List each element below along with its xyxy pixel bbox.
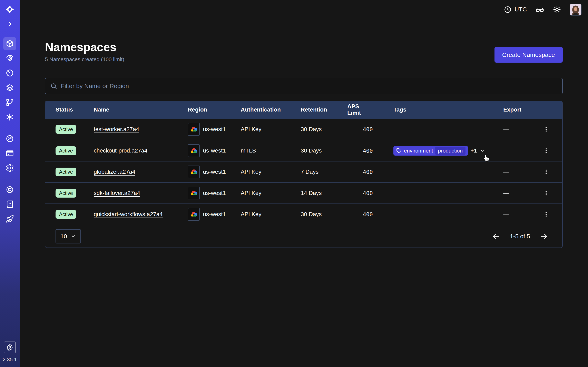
- sidebar-item-support[interactable]: [3, 183, 16, 196]
- status-badge: Active: [56, 125, 76, 134]
- col-authentication: Authentication: [241, 106, 301, 113]
- page-size-value: 10: [61, 233, 67, 240]
- credit-card-icon: [6, 149, 14, 158]
- gauge-icon: [6, 134, 14, 143]
- search-icon: [50, 83, 57, 90]
- main-content: Namespaces 5 Namespaces created (100 lim…: [20, 20, 588, 367]
- readability-toggle[interactable]: [535, 5, 544, 14]
- tags-overflow-count: +1: [471, 147, 477, 154]
- retention-value: 30 Days: [301, 147, 347, 154]
- region-label: us-west1: [203, 169, 226, 175]
- sidebar-item-workflows[interactable]: [3, 52, 16, 65]
- theme-toggle[interactable]: [553, 6, 561, 14]
- arrow-right-icon: [540, 232, 548, 240]
- table-pagination: 10 1-5 of 5: [45, 225, 562, 248]
- col-tags: Tags: [373, 106, 494, 113]
- status-badge: Active: [56, 146, 76, 155]
- app-version: 2.35.1: [3, 357, 17, 363]
- sidebar-bottom: 2.35.1: [3, 342, 17, 367]
- gear-icon: [6, 164, 14, 172]
- filter-bar: [45, 78, 563, 94]
- sidebar-item-batch-operations[interactable]: [3, 96, 16, 109]
- gcp-logo-icon: [188, 123, 200, 136]
- sidebar-divider: [0, 128, 20, 128]
- aps-value: 400: [347, 126, 373, 133]
- sidebar-divider: [0, 179, 20, 179]
- sidebar-item-docs[interactable]: [3, 198, 16, 211]
- sidebar-item-settings[interactable]: [3, 161, 16, 175]
- col-retention: Retention: [301, 106, 347, 113]
- table-row: Active checkout-prod.a27a4: [45, 140, 562, 161]
- tag-chip[interactable]: environment production: [393, 146, 468, 156]
- region-label: us-west1: [203, 190, 226, 196]
- namespace-count-subtitle: 5 Namespaces created (100 limit): [45, 56, 124, 63]
- page-size-select[interactable]: 10: [56, 229, 81, 243]
- previous-page-button[interactable]: [492, 232, 500, 240]
- export-value: —: [494, 169, 539, 175]
- retention-value: 7 Days: [301, 169, 347, 175]
- page-title: Namespaces: [45, 40, 124, 54]
- row-actions-menu-button[interactable]: [540, 124, 552, 135]
- create-namespace-button[interactable]: Create Namespace: [494, 47, 563, 63]
- next-page-button[interactable]: [540, 232, 548, 240]
- gcp-logo-icon: [188, 144, 200, 157]
- col-export: Export: [494, 106, 539, 113]
- sidebar-item-billing[interactable]: [3, 147, 16, 160]
- sidebar-nav: [0, 37, 20, 225]
- page-header: Namespaces 5 Namespaces created (100 lim…: [45, 40, 563, 63]
- sidebar-item-deployments[interactable]: [3, 81, 16, 94]
- filter-input[interactable]: [61, 83, 557, 90]
- timer-icon: [6, 69, 14, 77]
- table-header-row: Status Name Region Authentication Retent…: [45, 101, 562, 119]
- namespace-link[interactable]: quickstart-workflows.a27a4: [94, 211, 163, 217]
- book-sparkle-icon: [6, 200, 14, 208]
- chevron-down-icon: [71, 234, 76, 239]
- sidebar-expand-button[interactable]: [4, 18, 16, 30]
- aps-value: 400: [347, 190, 373, 196]
- col-name: Name: [94, 106, 188, 113]
- col-aps-limit: APS Limit: [347, 103, 373, 116]
- auth-value: API Key: [241, 126, 301, 133]
- timezone-selector[interactable]: UTC: [504, 6, 527, 13]
- aps-value: 400: [347, 148, 373, 154]
- arrow-left-icon: [492, 232, 500, 240]
- layers-icon: [6, 83, 14, 92]
- row-actions-menu-button[interactable]: [540, 209, 552, 220]
- namespace-link[interactable]: test-worker.a27a4: [94, 126, 139, 133]
- gcp-logo-icon: [188, 187, 200, 200]
- status-badge: Active: [56, 210, 76, 219]
- gcp-logo-icon: [188, 166, 200, 178]
- pricing-button[interactable]: [4, 342, 16, 353]
- user-avatar[interactable]: [570, 4, 581, 16]
- status-badge: Active: [56, 189, 76, 198]
- table-row: Active sdk-failover.a27a4: [45, 182, 562, 203]
- namespaces-table: Status Name Region Authentication Retent…: [45, 101, 563, 248]
- export-value: —: [494, 190, 539, 196]
- sidebar-item-nexus[interactable]: [3, 110, 16, 124]
- sidebar-item-getting-started[interactable]: [3, 212, 16, 225]
- auth-value: API Key: [241, 190, 301, 196]
- sidebar: 2.35.1: [0, 0, 20, 367]
- namespace-link[interactable]: checkout-prod.a27a4: [94, 147, 147, 154]
- retention-value: 30 Days: [301, 126, 347, 133]
- branch-icon: [6, 98, 14, 107]
- sidebar-item-namespaces[interactable]: [3, 37, 16, 50]
- region-label: us-west1: [203, 147, 226, 154]
- lifebuoy-icon: [6, 185, 14, 194]
- dollar-badge-icon: [6, 343, 14, 351]
- export-value: —: [494, 126, 539, 133]
- topbar: UTC: [20, 0, 588, 19]
- tag-key: environment: [404, 148, 433, 154]
- auth-value: API Key: [241, 169, 301, 175]
- row-actions-menu-button[interactable]: [540, 166, 552, 178]
- sidebar-item-usage[interactable]: [3, 132, 16, 145]
- row-actions-menu-button[interactable]: [540, 145, 552, 156]
- tags-cell: environment production +1: [373, 146, 494, 156]
- asterisk-icon: [6, 113, 14, 121]
- namespace-link[interactable]: globalizer.a27a4: [94, 169, 135, 175]
- row-actions-menu-button[interactable]: [540, 187, 552, 199]
- namespace-link[interactable]: sdk-failover.a27a4: [94, 190, 140, 196]
- sidebar-item-schedules[interactable]: [3, 67, 16, 80]
- tags-expand-chevron-icon[interactable]: [479, 148, 485, 154]
- pagination-range: 1-5 of 5: [510, 233, 530, 240]
